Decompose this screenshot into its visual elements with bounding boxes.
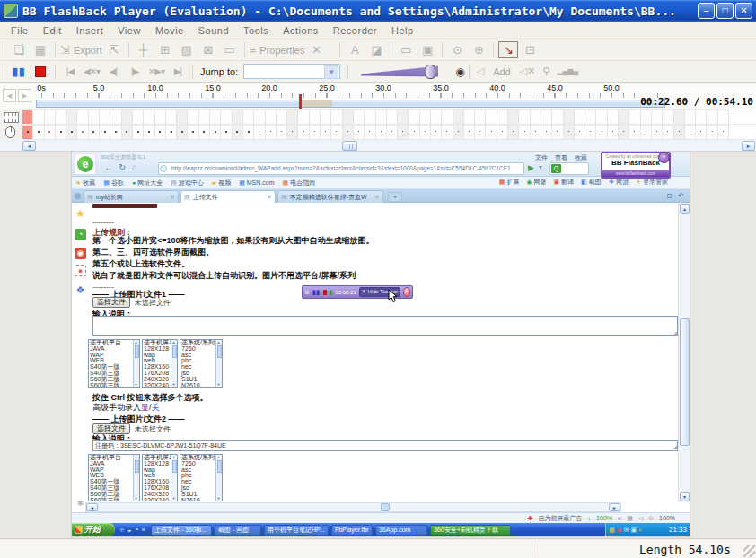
frame-cell[interactable] [508, 125, 519, 139]
frame-cell[interactable] [376, 109, 387, 124]
share-button[interactable]: ⇱ [104, 41, 124, 58]
frame-cell[interactable] [310, 125, 321, 139]
browser-tool-item[interactable]: ❖网游 [609, 178, 629, 187]
browser-tab[interactable]: ▤ 上传文件 ✕ [180, 190, 276, 203]
frame-cell[interactable] [331, 109, 342, 124]
open-button[interactable]: ❏ [9, 41, 29, 58]
timeline[interactable]: ◀ ▶ 0s5.010.015.020.025.030.035.040.045.… [0, 83, 756, 109]
start-button[interactable]: 开始 [72, 523, 115, 536]
taskbar-button[interactable]: 用手机平台笔记HP... [264, 525, 329, 536]
image-box-button[interactable]: ◪ [366, 41, 386, 58]
frame-cell[interactable] [552, 125, 563, 139]
frame-cell[interactable] [453, 109, 464, 124]
frame-cell[interactable] [685, 125, 696, 139]
frame-cell[interactable] [365, 109, 375, 124]
frame-cell[interactable] [266, 109, 277, 124]
pan-region-button[interactable]: ▣ [418, 41, 437, 58]
frame-cell[interactable] [387, 125, 398, 139]
browser-menu-item[interactable]: 查看 [555, 153, 567, 162]
go-icon[interactable]: ▶ [528, 163, 534, 172]
page-hscroll-thumb[interactable] [381, 503, 390, 511]
frame-cell[interactable] [100, 125, 110, 139]
frame-cell[interactable] [442, 125, 453, 139]
next-frame-button[interactable]: |▶ [125, 63, 145, 80]
frame-cell[interactable] [696, 109, 707, 124]
frame-cell[interactable] [354, 109, 365, 124]
frame-cell[interactable] [66, 125, 77, 139]
screenshot-sidebar-icon[interactable]: ● [75, 265, 86, 276]
bookmark-item[interactable]: ▰视频 [212, 179, 231, 187]
frame-cell[interactable] [365, 125, 375, 139]
frame-cell[interactable] [442, 109, 453, 124]
frame-cell[interactable] [663, 125, 673, 139]
tab-close-icon[interactable]: ✕ [170, 194, 175, 201]
frame-cell[interactable] [122, 109, 133, 124]
frame-cell[interactable] [619, 125, 629, 139]
taskbar-button[interactable]: 上传文件 - 360极... [151, 525, 212, 536]
frame-cell[interactable] [22, 125, 33, 139]
frame-cell[interactable] [652, 109, 663, 124]
bookmark-item[interactable]: ▦电台指南 [283, 179, 316, 187]
back-icon[interactable]: ← [104, 162, 113, 172]
tray-icon[interactable]: ▦ [609, 527, 615, 534]
frame-cell[interactable] [298, 125, 309, 139]
frame-cell[interactable] [266, 125, 277, 139]
listbox-scroll-thumb[interactable] [217, 460, 222, 473]
frame-cell[interactable] [685, 109, 696, 124]
choose-file-button-1[interactable]: 选择文件 [92, 297, 130, 308]
browser-tool-item[interactable]: ◧截图 [581, 178, 602, 187]
jump-to-combobox[interactable] [243, 64, 340, 79]
frame-cell[interactable] [497, 109, 508, 124]
menu-item[interactable]: Sound [191, 25, 236, 36]
tab-tools-icon[interactable]: ⊡ [667, 192, 673, 200]
frame-cell[interactable] [564, 125, 575, 139]
sound-icon[interactable]: ◁ [638, 515, 643, 522]
home-icon[interactable]: ⌂ [131, 162, 136, 172]
frame-cell[interactable] [310, 109, 321, 124]
screen-listbox-2[interactable]: 选手机屏幕 128X128wapweb128X160176X208240X320… [142, 454, 178, 501]
page-scroll-up-button[interactable] [680, 204, 690, 214]
favorites-sidebar-icon[interactable]: ★ [75, 208, 86, 220]
menu-item[interactable]: Tools [236, 25, 276, 36]
frame-cell[interactable] [56, 109, 66, 124]
tab-close-icon[interactable]: ✕ [267, 194, 272, 201]
images-icon[interactable]: ▦ [627, 515, 633, 522]
listbox-scrollbar[interactable] [215, 340, 222, 387]
browser-tab[interactable]: ▤ 不定期精选软件量排-查血W ✕ [277, 190, 383, 203]
tray-icon[interactable]: ▣ [631, 527, 637, 534]
windows-button[interactable]: ⊡ [520, 41, 540, 58]
frame-cell[interactable] [619, 109, 629, 124]
go-end-button[interactable]: ▶| [168, 63, 188, 80]
history-sidebar-icon[interactable]: ◔ [75, 229, 86, 240]
listbox-option[interactable]: S60第三版 [89, 383, 139, 388]
frame-cell[interactable] [718, 109, 729, 124]
page-zoom-icon[interactable]: ⊙ [648, 515, 654, 522]
frame-cell[interactable] [56, 125, 66, 139]
frame-cell[interactable] [66, 109, 77, 124]
description-input-2[interactable]: 注册码：3SESC-DLVMC-6PJW1-51Q7F-84UE [92, 440, 678, 451]
frame-cell[interactable] [629, 125, 640, 139]
taskbar-button[interactable]: FbPlayer.fbr [331, 525, 373, 536]
page-horizontal-scrollbar[interactable] [85, 502, 621, 512]
tray-icon[interactable]: ✉ [624, 527, 629, 534]
frame-cell[interactable] [155, 109, 166, 124]
tab-list-icon[interactable] [75, 193, 81, 199]
frame-cell[interactable] [475, 109, 486, 124]
scroll-right-button[interactable] [742, 141, 755, 151]
frame-cell[interactable] [431, 109, 442, 124]
frame-cell[interactable] [486, 125, 497, 139]
frame-cell[interactable] [398, 125, 409, 139]
frame-cell[interactable] [629, 109, 640, 124]
frame-cell[interactable] [497, 125, 508, 139]
quick-launch-icon[interactable]: ◒ [127, 526, 132, 534]
frame-cell[interactable] [608, 125, 619, 139]
listbox-scroll-thumb[interactable] [172, 345, 177, 358]
resize-grip[interactable] [743, 545, 755, 557]
recorder-stop-icon[interactable] [323, 290, 327, 295]
timeline-ruler[interactable]: 0s5.010.015.020.025.030.035.040.045.050.… [31, 83, 666, 109]
scroll-left-button[interactable] [22, 141, 36, 151]
frame-cell[interactable] [331, 125, 342, 139]
weibo-sidebar-icon[interactable]: ◉ [75, 248, 86, 259]
quick-launch-icon[interactable]: ℮ [120, 526, 125, 534]
sound-play-button[interactable]: ◁ [477, 65, 484, 77]
